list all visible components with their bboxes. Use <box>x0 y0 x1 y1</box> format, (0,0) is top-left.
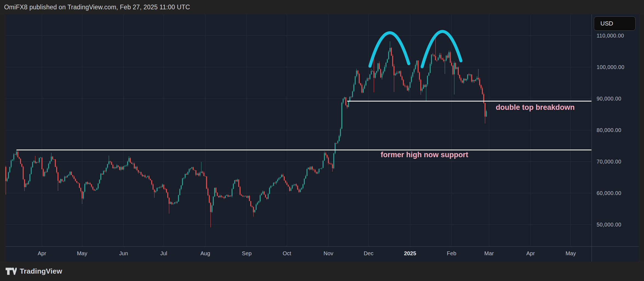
candle-body <box>478 78 479 79</box>
candle-body <box>173 203 173 204</box>
candle-body <box>452 65 453 74</box>
chart-region: double top breakdown former high now sup… <box>0 0 644 281</box>
candle-body <box>343 99 343 103</box>
candle-body <box>258 201 259 203</box>
candle-body <box>412 72 413 76</box>
candle-body <box>244 196 244 196</box>
candle-body <box>272 186 273 186</box>
tradingview-wordmark[interactable]: TradingView <box>20 267 62 276</box>
time-axis-label: 2025 <box>404 250 416 257</box>
candle-body <box>138 170 139 172</box>
candle-body <box>60 179 61 183</box>
candle-body <box>455 63 456 69</box>
candle-body <box>365 81 366 85</box>
candle-body <box>178 195 179 202</box>
candle-body <box>121 167 121 170</box>
candle-body <box>67 176 68 177</box>
candle-body <box>254 210 255 212</box>
candle-body <box>423 85 424 89</box>
candle-body <box>236 180 236 181</box>
candle-body <box>310 167 311 170</box>
candle-body <box>79 183 80 188</box>
candle-body <box>312 167 313 169</box>
candle-body <box>459 75 460 78</box>
time-axis-label: May <box>566 250 576 257</box>
candle-body <box>158 188 159 188</box>
tradingview-logo-icon[interactable] <box>5 268 17 275</box>
candle-body <box>165 189 166 189</box>
candle-body <box>88 183 89 184</box>
candle-body <box>383 71 384 73</box>
candle-body <box>465 79 465 81</box>
candle-wick <box>470 74 471 77</box>
candle-body <box>191 167 192 168</box>
candle-body <box>430 64 431 73</box>
price-axis-label: 90,000.00 <box>597 96 621 102</box>
candle-body <box>341 103 342 129</box>
chart-canvas[interactable] <box>0 0 644 281</box>
candle-body <box>21 164 22 167</box>
double-top-breakdown-label[interactable]: double top breakdown <box>496 103 575 112</box>
candle-body <box>51 157 52 161</box>
candle-body <box>432 55 433 55</box>
candle-body <box>426 84 426 87</box>
candle-body <box>28 181 29 184</box>
candle-body <box>427 76 428 85</box>
candle-body <box>344 97 345 99</box>
candle-body <box>224 197 224 198</box>
former-high-support-label[interactable]: former high now support <box>381 150 468 159</box>
candle-body <box>122 167 122 170</box>
candle-wick <box>190 168 191 170</box>
candle-body <box>171 202 172 204</box>
candle-body <box>396 73 397 74</box>
candle-body <box>352 91 353 97</box>
candle-body <box>297 186 298 190</box>
candle-body <box>304 179 305 184</box>
candle-body <box>36 162 37 163</box>
candle-body <box>43 169 44 176</box>
price-axis-label: 110,000.00 <box>597 33 624 39</box>
candle-body <box>411 77 412 82</box>
candle-body <box>131 163 132 164</box>
candle-body <box>414 69 414 72</box>
candle-body <box>240 187 240 195</box>
candle-body <box>203 173 204 176</box>
candle-body <box>329 163 330 164</box>
candle-body <box>141 172 141 175</box>
candle-body <box>265 194 266 197</box>
candle-body <box>68 175 69 176</box>
candle-body <box>257 203 258 205</box>
candle-body <box>221 196 222 197</box>
candle-body <box>333 153 334 168</box>
candle-body <box>161 187 161 187</box>
candle-body <box>103 171 104 175</box>
candle-body <box>55 159 56 167</box>
candle-body <box>24 179 25 187</box>
candle-body <box>249 196 250 201</box>
candle-body <box>479 79 480 85</box>
candle-body <box>446 56 447 61</box>
candle-body <box>52 157 53 159</box>
candle-body <box>142 174 143 176</box>
candle-body <box>463 79 464 83</box>
candle-body <box>309 168 310 170</box>
candle-body <box>149 176 149 179</box>
candle-body <box>32 162 33 167</box>
candle-body <box>428 73 429 76</box>
candle-body <box>31 167 32 174</box>
candle-body <box>435 56 436 60</box>
candle-body <box>364 85 365 89</box>
candle-body <box>284 176 284 180</box>
candle-body <box>189 169 190 172</box>
candle-body <box>448 52 449 58</box>
candle-body <box>110 161 110 162</box>
candle-wick <box>351 96 351 98</box>
candle-body <box>134 164 135 168</box>
candle-body <box>440 55 441 58</box>
currency-badge[interactable]: USD <box>594 16 636 31</box>
candle-body <box>167 193 168 198</box>
candle-body <box>273 183 274 186</box>
candle-body <box>295 184 295 185</box>
time-axis-label: Dec <box>364 250 374 257</box>
candle-body <box>123 166 124 170</box>
